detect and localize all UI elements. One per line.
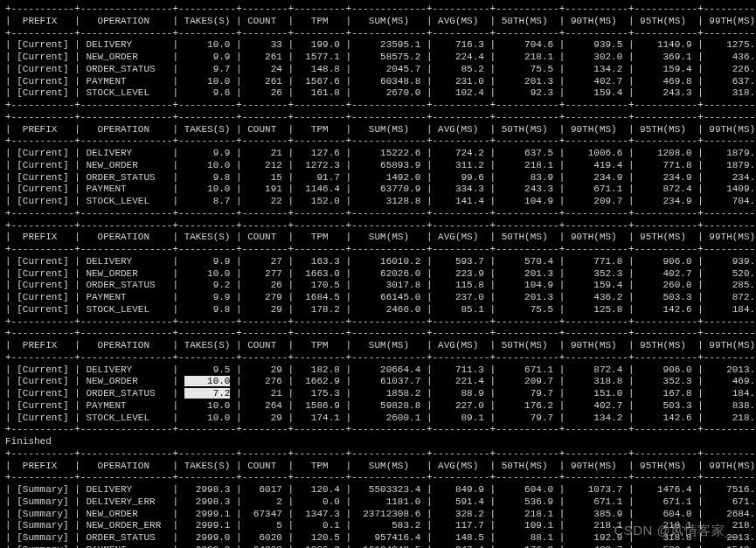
terminal-line: +-----------+----------------+----------…: [5, 28, 751, 40]
terminal-line: | PREFIX | OPERATION | TAKES(S) | COUNT …: [5, 340, 751, 352]
terminal-line: +-----------+----------------+----------…: [5, 100, 751, 112]
terminal-line: | [Current] | NEW_ORDER | 9.9 | 261 | 15…: [5, 52, 751, 64]
terminal-line: | [Current] | PAYMENT | 10.0 | 191 | 114…: [5, 184, 751, 196]
terminal-line: +-----------+----------------+----------…: [5, 3, 751, 16]
terminal-line: +-----------+----------------+----------…: [5, 352, 751, 364]
terminal-line: | [Summary] | DELIVERY | 2998.3 | 6017 |…: [5, 484, 751, 496]
terminal-line: | PREFIX | OPERATION | TAKES(S) | COUNT …: [5, 461, 751, 473]
terminal-line: +-----------+----------------+----------…: [5, 424, 751, 436]
terminal-line: | [Summary] | NEW_ORDER | 2999.1 | 67347…: [5, 509, 751, 521]
terminal-line: | [Current] | STOCK_LEVEL | 8.7 | 22 | 1…: [5, 196, 751, 208]
terminal-line: | [Current] | ORDER_STATUS | 9.8 | 15 | …: [5, 172, 751, 184]
terminal-line: | [Current] | ORDER_STATUS | 9.7 | 24 | …: [5, 64, 751, 76]
terminal-line: | [Current] | NEW_ORDER | 10.0 | 212 | 1…: [5, 160, 751, 172]
terminal-line: | [Current] | DELIVERY | 9.9 | 27 | 163.…: [5, 256, 751, 268]
terminal-line: | [Current] | STOCK_LEVEL | 9.6 | 26 | 1…: [5, 87, 751, 100]
terminal-line: | PREFIX | OPERATION | TAKES(S) | COUNT …: [5, 232, 751, 244]
terminal-line: +-----------+----------------+----------…: [5, 112, 751, 124]
terminal-line: | [Current] | DELIVERY | 10.0 | 33 | 199…: [5, 39, 751, 52]
terminal-line: | [Current] | DELIVERY | 9.9 | 21 | 127.…: [5, 148, 751, 160]
terminal-line: | [Current] | DELIVERY | 9.5 | 29 | 182.…: [5, 364, 751, 377]
watermark: CSDN @风情客家__: [614, 523, 740, 539]
terminal-line: | [Current] | PAYMENT | 10.0 | 261 | 156…: [5, 76, 751, 88]
terminal-line: | PREFIX | OPERATION | TAKES(S) | COUNT …: [5, 16, 751, 28]
terminal-line: | [Current] | STOCK_LEVEL | 10.0 | 29 | …: [5, 413, 751, 425]
terminal-line: | [Current] | PAYMENT | 9.9 | 279 | 1684…: [5, 292, 751, 304]
terminal-line: | [Current] | ORDER_STATUS | 9.2 | 26 | …: [5, 280, 751, 292]
terminal-line: +-----------+----------------+----------…: [5, 472, 751, 484]
terminal-line: | [Current] | PAYMENT | 10.0 | 264 | 158…: [5, 400, 751, 413]
terminal-line: +-----------+----------------+----------…: [5, 220, 751, 232]
terminal-line: +-----------+----------------+----------…: [5, 316, 751, 329]
terminal-line: | [Current] | STOCK_LEVEL | 9.8 | 29 | 1…: [5, 304, 751, 316]
terminal-line: +-----------+----------------+----------…: [5, 448, 751, 461]
terminal-line: | PREFIX | OPERATION | TAKES(S) | COUNT …: [5, 124, 751, 136]
terminal-line: | [Current] | ORDER_STATUS | 7.2 | 21 | …: [5, 388, 751, 400]
terminal-line: +-----------+----------------+----------…: [5, 244, 751, 256]
terminal-line: +-----------+----------------+----------…: [5, 208, 751, 220]
terminal-line: | [Summary] | DELIVERY_ERR | 2998.3 | 2 …: [5, 496, 751, 509]
terminal-line: | [Current] | NEW_ORDER | 10.0 | 276 | 1…: [5, 376, 751, 388]
terminal-line: | [Current] | NEW_ORDER | 10.0 | 277 | 1…: [5, 268, 751, 281]
terminal-line: Finished: [5, 436, 751, 448]
terminal-line: | [Summary] | PAYMENT | 2999.3 | 64293 |…: [5, 545, 751, 548]
terminal-output: +-----------+----------------+----------…: [5, 3, 751, 548]
terminal-line: +-----------+----------------+----------…: [5, 328, 751, 340]
terminal-line: +-----------+----------------+----------…: [5, 135, 751, 148]
